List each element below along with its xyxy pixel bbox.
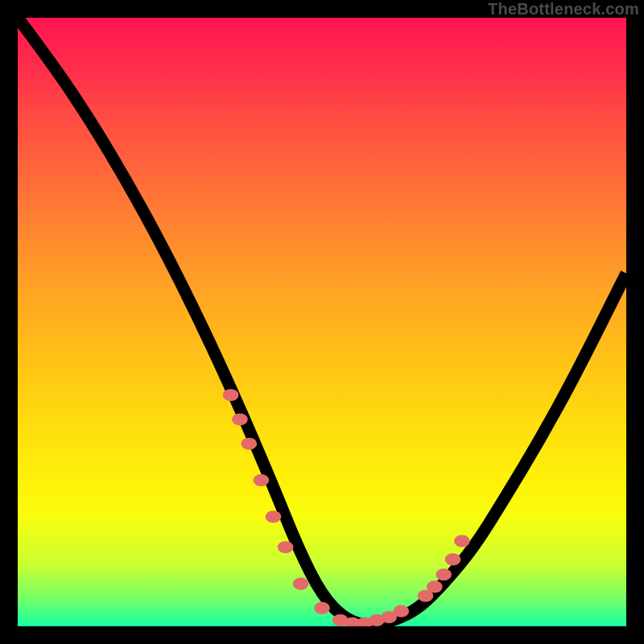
chart-svg (18, 18, 626, 626)
marker-point (454, 535, 470, 547)
marker-point (445, 553, 461, 565)
bottleneck-curve (18, 18, 626, 625)
plot-area (18, 18, 626, 626)
marker-point (314, 602, 330, 614)
marker-point (393, 605, 409, 617)
marker-point (254, 474, 270, 486)
marker-point (278, 541, 294, 553)
chart-frame: TheBottleneck.com (0, 0, 644, 644)
marker-point (266, 510, 282, 522)
marker-point (427, 580, 443, 592)
marker-point (436, 568, 452, 580)
marker-point (223, 389, 239, 401)
marker-point (232, 413, 248, 425)
marker-point (293, 578, 309, 590)
marker-group (223, 389, 470, 626)
watermark: TheBottleneck.com (488, 0, 639, 19)
marker-point (241, 438, 257, 450)
